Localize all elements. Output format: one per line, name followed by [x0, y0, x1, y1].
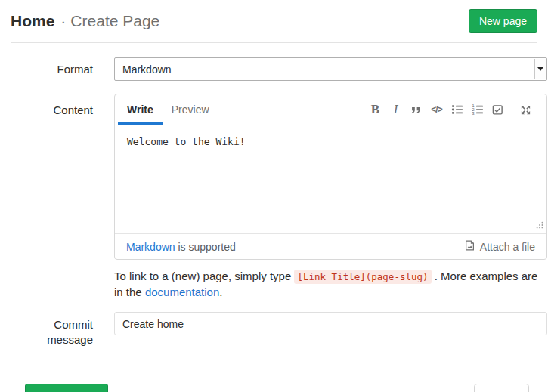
help-text-before: To link to a (new) page, simply type — [114, 270, 294, 282]
markdown-help-link[interactable]: Markdown — [126, 241, 175, 253]
format-select-wrap: Markdown — [114, 57, 547, 81]
task-list-icon[interactable] — [488, 94, 508, 125]
italic-icon[interactable]: I — [385, 94, 406, 125]
page-title-name: Home — [11, 12, 54, 29]
editor-textarea-wrap: Welcome to the Wiki! — [115, 125, 546, 233]
markdown-supported-note: Markdown is supported — [126, 241, 236, 253]
wiki-help-text: To link to a (new) page, simply type [Li… — [114, 269, 547, 300]
form-actions: Create page Cancel — [11, 366, 537, 392]
tab-preview[interactable]: Preview — [163, 94, 218, 125]
markdown-editor: Write Preview B I </> — [114, 94, 547, 260]
svg-text:3: 3 — [472, 111, 474, 116]
format-select[interactable]: Markdown — [114, 57, 547, 81]
editor-footer: Markdown is supported Attach a file — [115, 233, 546, 259]
create-page-button[interactable]: Create page — [25, 384, 108, 392]
title-separator: · — [60, 12, 66, 29]
format-row: Format Markdown — [11, 57, 537, 81]
blockquote-icon[interactable] — [406, 94, 426, 125]
page-header: Home·Create Page New page — [11, 0, 537, 43]
content-row: Content Write Preview B I — [11, 94, 537, 260]
commit-message-row: Commit message — [11, 312, 537, 347]
editor-tab-bar: Write Preview B I </> — [115, 94, 546, 125]
numbered-list-icon[interactable]: 1 2 3 — [467, 94, 488, 125]
attach-file-button[interactable]: Attach a file — [464, 239, 535, 254]
new-page-button[interactable]: New page — [469, 9, 537, 33]
documentation-link[interactable]: documentation — [145, 286, 219, 298]
code-icon[interactable]: </> — [426, 94, 447, 125]
cancel-button[interactable]: Cancel — [474, 384, 529, 392]
fullscreen-icon[interactable] — [515, 94, 536, 125]
bold-icon[interactable]: B — [365, 94, 385, 125]
commit-message-label: Commit message — [11, 312, 93, 347]
page-title-action: Create Page — [70, 12, 159, 29]
commit-message-input[interactable] — [114, 312, 547, 335]
help-text-period: . — [219, 286, 222, 298]
content-label: Content — [11, 94, 93, 260]
link-syntax-code: [Link Title](page-slug) — [294, 270, 431, 284]
wiki-create-page: Home·Create Page New page Format Markdow… — [0, 0, 548, 392]
supported-text: is supported — [175, 241, 236, 253]
editor-toolbar: B I </> — [365, 94, 536, 125]
tab-write[interactable]: Write — [118, 94, 163, 125]
content-textarea[interactable]: Welcome to the Wiki! — [115, 125, 546, 233]
attach-file-label: Attach a file — [480, 241, 535, 253]
page-title: Home·Create Page — [11, 12, 159, 30]
format-label: Format — [11, 57, 93, 81]
bullet-list-icon[interactable] — [447, 94, 467, 125]
resize-grip-icon[interactable] — [536, 219, 543, 231]
attach-file-icon — [464, 239, 475, 254]
